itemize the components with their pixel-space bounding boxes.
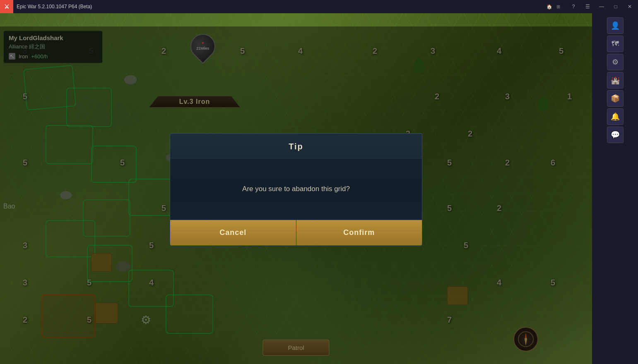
help-button[interactable]: ?	[567, 0, 580, 13]
modal-overlay: Tip Are you sure to abandon this grid? C…	[0, 26, 592, 364]
confirm-button[interactable]: Confirm	[296, 220, 422, 245]
app-title: Epic War 5.2.100.1047 P64 (Beta)	[17, 4, 547, 10]
dialog-title: Tip	[170, 134, 422, 158]
right-sidebar: 👤 🗺 ⚙ 🏰 📦 🔔 💬	[592, 13, 638, 364]
sidebar-icon-inventory[interactable]: 📦	[607, 90, 624, 107]
menu-button[interactable]: ☰	[581, 0, 594, 13]
cancel-button[interactable]: Cancel	[170, 220, 296, 245]
window-controls: ? ☰ — □ ✕	[567, 0, 636, 13]
maximize-button[interactable]: □	[609, 0, 622, 13]
dialog-message: Are you sure to abandon this grid?	[170, 158, 422, 219]
app-icon: ⚔	[0, 0, 13, 13]
game-map[interactable]: 3 5 2 5 4 2 3 4 5 5 2 3 1 3 2 5 5 5 2 6 …	[0, 13, 592, 364]
sidebar-icon-chat[interactable]: 💬	[607, 127, 624, 143]
sidebar-icon-map[interactable]: 🗺	[607, 36, 624, 52]
titlebar: ⚔ Epic War 5.2.100.1047 P64 (Beta) 🏠 ⊞ ?…	[0, 0, 638, 13]
close-button[interactable]: ✕	[623, 0, 636, 13]
dialog-footer: Cancel Confirm	[170, 220, 422, 245]
sidebar-icon-settings[interactable]: ⚙	[607, 54, 624, 70]
sidebar-icon-notifications[interactable]: 🔔	[607, 108, 624, 125]
minimize-button[interactable]: —	[595, 0, 608, 13]
dialog-box: Tip Are you sure to abandon this grid? C…	[170, 133, 422, 245]
sidebar-icon-castle[interactable]: 🏰	[607, 72, 624, 89]
sidebar-icon-profile[interactable]: 👤	[607, 17, 624, 34]
